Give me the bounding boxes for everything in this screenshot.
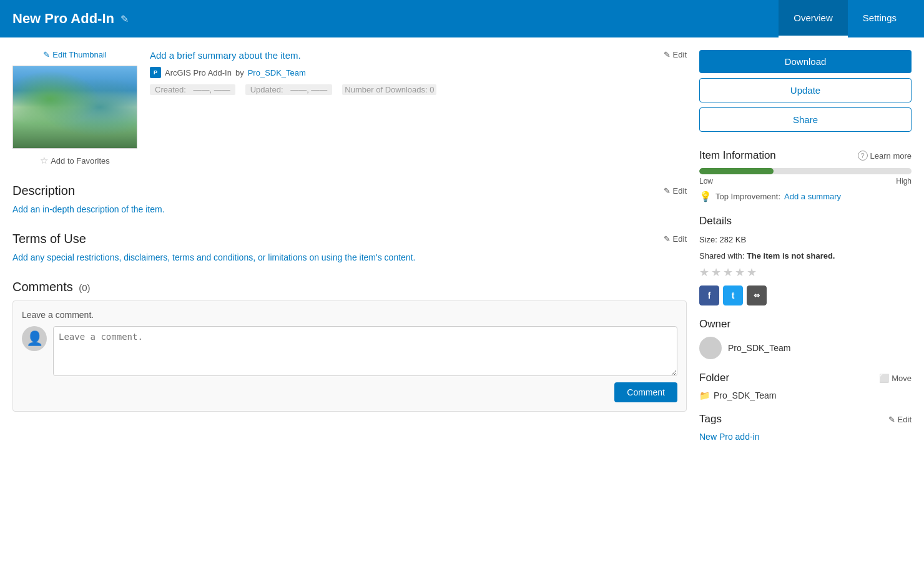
- item-completeness-bar: [699, 168, 912, 174]
- comments-header: Comments (0): [12, 280, 687, 294]
- terms-section: Terms of Use ✎ Edit Add any special rest…: [12, 232, 687, 262]
- tab-settings[interactable]: Settings: [848, 0, 912, 37]
- item-type-row: P ArcGIS Pro Add-In by Pro_SDK_Team: [150, 67, 687, 78]
- move-link[interactable]: ⬜ Move: [879, 374, 912, 383]
- progress-labels: Low High: [699, 177, 912, 186]
- edit-meta-link[interactable]: ✎ Edit: [664, 50, 687, 59]
- pencil-icon: ✎: [664, 50, 671, 59]
- star-icon: ☆: [40, 155, 48, 166]
- owner-name: Pro_SDK_Team: [728, 343, 790, 353]
- comments-box: Leave a comment. 👤 Comment: [12, 300, 687, 412]
- edit-tags-link[interactable]: ✎ Edit: [888, 415, 912, 424]
- star-5[interactable]: ★: [747, 266, 757, 279]
- comment-footer: Comment: [22, 382, 677, 402]
- tags-title: Tags: [699, 413, 722, 425]
- header-title-area: New Pro Add-In ✎: [12, 11, 129, 27]
- owner-section: Owner Pro_SDK_Team: [699, 318, 912, 359]
- add-summary-improvement-link[interactable]: Add a summary: [784, 192, 841, 201]
- main-column: ✎ Edit Thumbnail ☆ Add to Favorites Add …: [12, 50, 687, 442]
- page-content: ✎ Edit Thumbnail ☆ Add to Favorites Add …: [0, 37, 924, 454]
- item-information-header: Item Information ? Learn more: [699, 149, 912, 162]
- add-to-favorites-button[interactable]: ☆ Add to Favorites: [40, 152, 110, 169]
- terms-header: Terms of Use ✎ Edit: [12, 232, 687, 246]
- thumbnail-section: ✎ Edit Thumbnail ☆ Add to Favorites Add …: [12, 50, 687, 169]
- tags-section: Tags ✎ Edit New Pro add-in: [699, 413, 912, 442]
- description-header: Description ✎ Edit: [12, 184, 687, 198]
- add-terms-link[interactable]: Add any special restrictions, disclaimer…: [12, 252, 415, 262]
- owner-row: Pro_SDK_Team: [699, 337, 912, 359]
- details-section: Details Size: 282 KB Shared with: The it…: [699, 215, 912, 305]
- details-title: Details: [699, 215, 732, 227]
- bulb-icon: 💡: [699, 191, 712, 202]
- edit-thumbnail-link[interactable]: ✎ Edit Thumbnail: [43, 50, 106, 59]
- star-3[interactable]: ★: [723, 266, 733, 279]
- folder-row: 📁 Pro_SDK_Team: [699, 390, 912, 400]
- share-button[interactable]: Share: [699, 107, 912, 132]
- top-improvement: 💡 Top Improvement: Add a summary: [699, 191, 912, 202]
- item-meta: Add a brief summary about the item. ✎ Ed…: [150, 50, 687, 169]
- comment-textarea[interactable]: [53, 326, 677, 376]
- comments-section: Comments (0) Leave a comment. 👤 Comment: [12, 280, 687, 412]
- item-type-icon: P: [150, 67, 161, 78]
- edit-terms-link[interactable]: ✎ Edit: [664, 234, 687, 244]
- comments-title: Comments (0): [12, 280, 91, 294]
- thumbnail-img-inner: [13, 66, 137, 148]
- facebook-icon: f: [708, 290, 711, 300]
- page-title: New Pro Add-In: [12, 11, 114, 27]
- comment-button[interactable]: Comment: [614, 382, 677, 402]
- update-button[interactable]: Update: [699, 78, 912, 102]
- owner-link[interactable]: Pro_SDK_Team: [248, 68, 306, 77]
- header-nav: Overview Settings: [779, 0, 912, 37]
- star-4[interactable]: ★: [735, 266, 745, 279]
- twitter-icon: t: [732, 290, 735, 300]
- progress-bar-fill: [699, 168, 774, 174]
- details-header: Details: [699, 215, 912, 227]
- tag-item[interactable]: New Pro add-in: [699, 432, 760, 442]
- meta-dates: Created: ——, —— Updated: ——, —— Number o…: [150, 84, 687, 95]
- item-information-title: Item Information: [699, 149, 776, 162]
- details-shared-with: Shared with: The item is not shared.: [699, 250, 912, 262]
- folder-title: Folder: [699, 372, 729, 384]
- item-information-section: Item Information ? Learn more Low High 💡…: [699, 149, 912, 202]
- tab-overview[interactable]: Overview: [779, 0, 848, 37]
- owner-avatar: [699, 337, 722, 359]
- learn-more-link[interactable]: ? Learn more: [858, 151, 912, 161]
- add-description-link[interactable]: Add an in-depth description of the item.: [12, 204, 165, 214]
- user-icon: 👤: [26, 330, 43, 347]
- download-button[interactable]: Download: [699, 50, 912, 73]
- link-icon: ⇔: [754, 291, 760, 300]
- star-1[interactable]: ★: [699, 266, 709, 279]
- facebook-share-button[interactable]: f: [699, 285, 719, 305]
- folder-icon: 📁: [699, 390, 710, 400]
- comment-input-area: 👤: [22, 326, 677, 376]
- folder-name: Pro_SDK_Team: [714, 390, 776, 400]
- add-summary-link[interactable]: Add a brief summary about the item.: [150, 50, 301, 61]
- owner-title: Owner: [699, 318, 730, 330]
- twitter-share-button[interactable]: t: [723, 285, 743, 305]
- link-share-button[interactable]: ⇔: [747, 285, 767, 305]
- description-section: Description ✎ Edit Add an in-depth descr…: [12, 184, 687, 214]
- pencil-icon: ✎: [43, 50, 50, 59]
- app-header: New Pro Add-In ✎ Overview Settings: [0, 0, 924, 37]
- edit-title-icon[interactable]: ✎: [120, 13, 129, 25]
- move-icon: ⬜: [879, 374, 889, 383]
- sidebar: Download Update Share Item Information ?…: [699, 50, 912, 442]
- owner-header: Owner: [699, 318, 912, 330]
- description-title: Description: [12, 184, 75, 198]
- tags-header: Tags ✎ Edit: [699, 413, 912, 425]
- question-icon: ?: [858, 151, 868, 161]
- details-size: Size: 282 KB: [699, 234, 912, 246]
- comments-prompt: Leave a comment.: [22, 310, 677, 320]
- pencil-icon: ✎: [664, 186, 671, 196]
- rating-stars: ★ ★ ★ ★ ★: [699, 266, 912, 279]
- meta-row-summary: Add a brief summary about the item. ✎ Ed…: [150, 50, 687, 61]
- thumbnail-image: [12, 66, 137, 149]
- star-2[interactable]: ★: [711, 266, 721, 279]
- folder-header: Folder ⬜ Move: [699, 372, 912, 384]
- folder-section: Folder ⬜ Move 📁 Pro_SDK_Team: [699, 372, 912, 400]
- thumbnail-wrapper: ✎ Edit Thumbnail ☆ Add to Favorites: [12, 50, 137, 169]
- share-icons: f t ⇔: [699, 285, 912, 305]
- pencil-icon: ✎: [888, 415, 895, 424]
- avatar: 👤: [22, 326, 47, 351]
- edit-description-link[interactable]: ✎ Edit: [664, 186, 687, 196]
